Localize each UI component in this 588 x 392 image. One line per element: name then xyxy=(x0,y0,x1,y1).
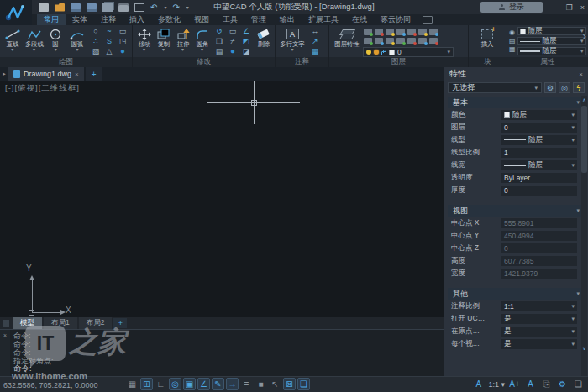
layer-value-field[interactable]: 0▾ xyxy=(501,123,577,133)
dynamic-input-icon[interactable]: ✎ xyxy=(212,378,224,390)
plot-style-icon[interactable]: ▦ xyxy=(509,46,516,53)
color-combo[interactable]: 随层 ▾ xyxy=(517,27,586,35)
layer-properties-button[interactable]: 图层特性 xyxy=(331,26,363,56)
layer-lock-state-icon[interactable] xyxy=(381,51,386,55)
tab-express-tools[interactable]: 扩展工具 xyxy=(302,14,345,25)
doc-tab-menu-icon[interactable]: ▸ xyxy=(0,67,8,81)
layer-bulb-icon[interactable] xyxy=(366,50,371,55)
point-icon[interactable]: ∴ xyxy=(89,36,102,46)
break-icon[interactable]: ◩ xyxy=(239,36,253,46)
layer-walk-icon[interactable] xyxy=(386,38,394,44)
tab-parametric[interactable]: 参数化 xyxy=(151,14,187,25)
layer-isolate-icon[interactable] xyxy=(386,29,394,35)
tab-solid[interactable]: 实体 xyxy=(66,14,94,25)
transparency-value-field[interactable]: ByLayer xyxy=(501,173,577,183)
fillet-button[interactable]: 圆角 xyxy=(192,26,212,56)
pickadd-toggle-icon[interactable]: ϟ xyxy=(573,82,585,93)
tab-online[interactable]: 在线 xyxy=(345,14,374,25)
object-snap-tracking-icon[interactable]: ▣ xyxy=(183,378,196,390)
annotation-monitor-icon[interactable]: ⊠ xyxy=(283,378,296,390)
ucs-open-field[interactable]: 是▾ xyxy=(501,314,577,324)
section-view[interactable]: 视图 ▾ xyxy=(448,205,585,217)
tab-tools[interactable]: 工具 xyxy=(216,14,244,25)
lineweight-value-field[interactable]: 随层▾ xyxy=(501,160,577,170)
layer-combo[interactable]: 0 ▾ xyxy=(363,47,454,57)
tab-output[interactable]: 输出 xyxy=(273,14,302,25)
layer-thaw-icon[interactable] xyxy=(418,29,427,35)
rotate-icon[interactable]: ↺ xyxy=(213,26,226,36)
table-icon[interactable]: ▦ xyxy=(308,46,322,56)
grid-display-icon[interactable]: ▦ xyxy=(126,378,139,390)
transparency-display-icon[interactable]: ■ xyxy=(255,378,267,390)
revision-cloud-icon[interactable]: △ xyxy=(102,46,116,56)
command-close-icon[interactable]: × xyxy=(3,332,7,338)
circle-button[interactable]: 圆 xyxy=(45,26,67,56)
document-tab-close-icon[interactable]: × xyxy=(75,71,79,78)
panel-label-properties[interactable]: 属性 xyxy=(507,57,588,67)
offset-icon[interactable]: ▭ xyxy=(226,26,239,36)
palette-scroll-thumb[interactable] xyxy=(581,106,587,173)
region-icon[interactable]: ◳ xyxy=(116,36,129,46)
scale-icon[interactable]: ∠ xyxy=(239,26,253,36)
login-button[interactable]: 登录 xyxy=(480,2,543,13)
tab-view[interactable]: 视图 xyxy=(187,14,216,25)
tab-home[interactable]: 常用 xyxy=(37,14,66,25)
tab-layout1[interactable]: 布局1 xyxy=(44,317,77,329)
lineweight-combo-caret-icon[interactable]: ▾ xyxy=(580,48,584,55)
undo-icon[interactable]: ↶ xyxy=(150,3,157,12)
save-icon[interactable] xyxy=(71,3,81,12)
layer-copy-icon[interactable] xyxy=(418,38,427,44)
linetype-list-icon[interactable]: ▤ xyxy=(509,38,516,44)
layer-match-icon[interactable] xyxy=(364,38,372,44)
move-button[interactable]: 移动 xyxy=(134,26,154,56)
print-icon[interactable] xyxy=(118,3,129,12)
zwcad-logo[interactable] xyxy=(0,0,32,25)
layer-prev-icon[interactable] xyxy=(375,38,383,44)
batch-plot-icon[interactable] xyxy=(102,3,113,12)
workspace-switch-icon[interactable]: ⎘ xyxy=(540,378,553,390)
command-window[interactable]: × 命令: 命令: 命令: 指定对角点: 命令: xyxy=(0,329,444,376)
leader-icon[interactable]: ↗ xyxy=(308,36,322,46)
line-button[interactable]: 直线 xyxy=(2,26,24,56)
mirror-icon[interactable]: ❏ xyxy=(213,36,226,46)
section-other[interactable]: 其他 ▾ xyxy=(448,288,585,300)
object-snap-icon[interactable]: ◎ xyxy=(169,378,181,390)
palette-close-icon[interactable]: × xyxy=(579,71,583,78)
save-as-icon[interactable] xyxy=(87,3,97,12)
tab-insert[interactable]: 插入 xyxy=(123,14,151,25)
rectangle-icon[interactable]: ▭ xyxy=(116,26,129,36)
tab-manage[interactable]: 管理 xyxy=(244,14,273,25)
erase-button[interactable]: 删除 xyxy=(254,26,273,56)
ellipse-icon[interactable]: ○ xyxy=(89,26,102,36)
ribbon-collapse-icon[interactable] xyxy=(423,16,433,24)
annotation-scale-sync-icon[interactable]: A xyxy=(524,378,537,390)
minimize-button[interactable]: ─ xyxy=(553,3,558,12)
layer-lock-icon[interactable] xyxy=(429,29,438,35)
arc-button[interactable]: 圆弧 xyxy=(66,26,88,56)
layer-on-icon[interactable] xyxy=(364,29,372,35)
lineweight-display-icon[interactable]: = xyxy=(240,378,253,390)
layer-sun-icon[interactable] xyxy=(374,50,379,55)
linetype-combo[interactable]: 随层 ▾ xyxy=(517,37,586,45)
ucs-origin-field[interactable]: 是▾ xyxy=(501,327,577,337)
command-input[interactable]: 命令: xyxy=(13,363,32,374)
selection-combo[interactable]: 无选择 ▾ xyxy=(448,82,542,93)
explode-icon[interactable]: ● xyxy=(226,46,239,56)
lineweight-combo[interactable]: 随层 ▾ xyxy=(517,47,586,55)
spline-icon[interactable]: ~ xyxy=(102,26,116,36)
drawing-canvas[interactable]: [-][俯视][二维线框] Y X xyxy=(0,81,444,317)
polyline-button[interactable]: 多段线 xyxy=(24,26,45,56)
insert-block-button[interactable]: 插入 xyxy=(470,26,504,56)
new-document-tab-icon[interactable]: + xyxy=(86,67,102,81)
join-icon[interactable]: ◪ xyxy=(239,46,253,56)
panel-label-draw[interactable]: 绘图 xyxy=(0,57,133,67)
viewport-control-menu[interactable]: [-] xyxy=(5,83,14,92)
dynamic-ucs-icon[interactable]: → xyxy=(226,378,239,390)
annotation-scale-field[interactable]: 1:1▾ xyxy=(501,301,577,311)
donut-icon[interactable]: ● xyxy=(116,46,129,56)
layout-menu-icon[interactable] xyxy=(3,320,9,327)
layer-off-icon[interactable] xyxy=(375,29,383,35)
settings-gear-icon[interactable]: ⚙ xyxy=(556,378,569,390)
panel-label-modify[interactable]: 修改 xyxy=(133,57,276,67)
panel-label-annotate[interactable]: 注释 xyxy=(276,57,329,67)
